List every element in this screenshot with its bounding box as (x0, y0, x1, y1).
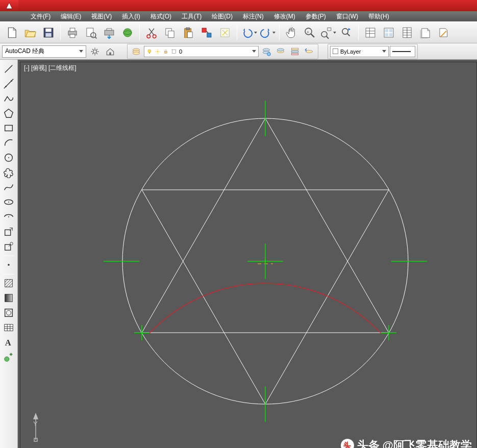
main-area: A [-] [俯视] [二维线框] (0, 60, 477, 448)
color-select[interactable]: ByLayer (330, 46, 389, 57)
table-tool[interactable] (2, 320, 16, 335)
arc-tool[interactable] (2, 136, 16, 150)
workspace-select[interactable]: AutoCAD 经典 (2, 45, 86, 58)
svg-line-88 (5, 280, 11, 285)
new-button[interactable] (3, 24, 20, 41)
properties-panel: ByLayer (328, 44, 418, 59)
zoom-window-button[interactable] (319, 24, 337, 41)
properties-button[interactable] (362, 24, 379, 41)
polygon-tool[interactable] (2, 106, 16, 120)
watermark-text: @阿飞零基础教学 (383, 438, 472, 448)
drawing-svg: Y (18, 60, 477, 448)
menu-draw[interactable]: 绘图(D) (207, 12, 238, 21)
svg-rect-92 (5, 309, 13, 317)
polyline-tool[interactable] (2, 91, 16, 106)
svg-rect-94 (5, 325, 13, 331)
construction-line-tool[interactable] (2, 77, 16, 91)
svg-rect-31 (366, 28, 375, 37)
redo-button[interactable] (259, 24, 276, 41)
layer-freeze-button[interactable] (260, 45, 273, 58)
menu-tools[interactable]: 工具(T) (177, 12, 207, 21)
zoom-previous-button[interactable] (338, 24, 355, 41)
svg-point-72 (11, 80, 12, 82)
layers-panel: 0 (127, 44, 318, 59)
menu-format[interactable]: 格式(O) (145, 12, 177, 21)
bulb-icon (146, 48, 153, 55)
svg-point-71 (5, 86, 7, 87)
layer-properties-button[interactable] (130, 45, 143, 58)
match-props-button[interactable] (198, 24, 215, 41)
menu-view[interactable]: 视图(V) (86, 12, 117, 21)
svg-rect-58 (172, 49, 176, 53)
ellipse-tool[interactable] (2, 195, 16, 209)
open-button[interactable] (21, 24, 39, 41)
svg-rect-37 (389, 29, 393, 32)
add-selected-tool[interactable] (2, 350, 16, 364)
gradient-tool[interactable] (2, 291, 16, 305)
line-preview-icon (392, 49, 411, 54)
hatch-tool[interactable] (2, 276, 16, 290)
titlebar (0, 0, 477, 11)
svg-rect-20 (202, 28, 206, 32)
layer-isolate-button[interactable] (274, 45, 287, 58)
undo-button[interactable] (240, 24, 258, 41)
workspace-settings-button[interactable] (88, 45, 102, 58)
print-button[interactable] (64, 24, 81, 41)
svg-point-14 (153, 35, 156, 38)
design-center-button[interactable] (380, 24, 397, 41)
rectangle-tool[interactable] (2, 121, 16, 135)
3d-dwf-button[interactable] (119, 24, 136, 41)
svg-rect-38 (385, 33, 389, 36)
zoom-realtime-button[interactable]: ± (301, 24, 318, 41)
svg-rect-36 (385, 29, 389, 32)
menu-window[interactable]: 窗口(W) (331, 12, 363, 21)
save-button[interactable] (40, 24, 57, 41)
layer-previous-button[interactable] (303, 45, 316, 58)
point-tool[interactable] (2, 258, 16, 272)
revision-cloud-tool[interactable] (2, 165, 16, 180)
copy-button[interactable] (161, 24, 179, 41)
region-tool[interactable] (2, 306, 16, 320)
watermark-prefix: 头条 (357, 438, 380, 448)
pan-button[interactable] (283, 24, 300, 41)
circle-tool[interactable] (2, 151, 16, 165)
spline-tool[interactable] (2, 180, 16, 194)
secondary-toolbar: AutoCAD 经典 0 ByLayer (0, 43, 477, 60)
menu-edit[interactable]: 编辑(E) (56, 12, 86, 21)
home-button[interactable] (104, 45, 117, 58)
publish-button[interactable] (101, 24, 118, 41)
svg-rect-39 (389, 33, 393, 36)
print-preview-button[interactable] (82, 24, 99, 41)
make-block-tool[interactable] (2, 239, 16, 254)
layer-match-button[interactable] (288, 45, 302, 58)
tool-palettes-button[interactable] (398, 24, 416, 41)
menu-file[interactable]: 文件(F) (26, 12, 56, 21)
svg-text:±: ± (307, 29, 309, 34)
svg-marker-115 (34, 414, 38, 419)
sheet-set-button[interactable] (417, 24, 434, 41)
menu-modify[interactable]: 修改(M) (269, 12, 300, 21)
insert-block-tool[interactable] (2, 225, 16, 239)
lock-icon (163, 48, 169, 55)
dropdown-icon (382, 50, 386, 53)
ellipse-arc-tool[interactable] (2, 210, 16, 224)
menu-dim[interactable]: 标注(N) (238, 12, 269, 21)
cut-button[interactable] (143, 24, 160, 41)
svg-point-76 (8, 157, 9, 158)
app-logo[interactable] (0, 0, 18, 11)
paste-button[interactable] (180, 24, 197, 41)
block-editor-button[interactable] (216, 24, 234, 41)
svg-rect-74 (5, 126, 13, 131)
markup-button[interactable] (435, 24, 453, 41)
layer-select[interactable]: 0 (144, 46, 259, 57)
menu-insert[interactable]: 插入(I) (117, 12, 145, 21)
line-tool[interactable] (2, 62, 16, 76)
drawing-canvas[interactable]: [-] [俯视] [二维线框] (18, 60, 477, 448)
svg-marker-73 (5, 109, 13, 118)
linetype-select[interactable] (390, 46, 415, 57)
menu-help[interactable]: 帮助(H) (363, 12, 394, 21)
mtext-tool[interactable]: A (2, 335, 16, 350)
menu-param[interactable]: 参数(P) (300, 12, 331, 21)
svg-point-63 (277, 48, 284, 51)
svg-rect-86 (5, 280, 13, 287)
